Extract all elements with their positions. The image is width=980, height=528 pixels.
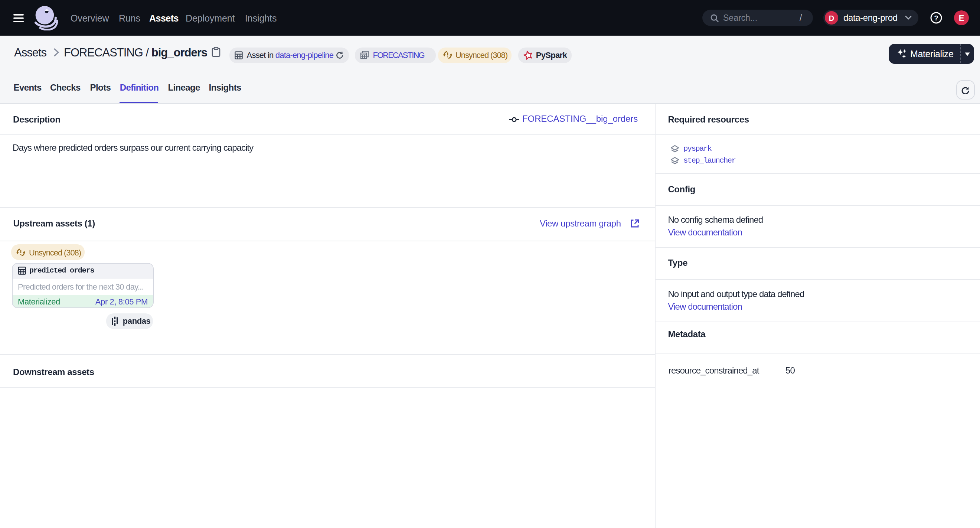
svg-text:?: ? <box>934 14 939 22</box>
